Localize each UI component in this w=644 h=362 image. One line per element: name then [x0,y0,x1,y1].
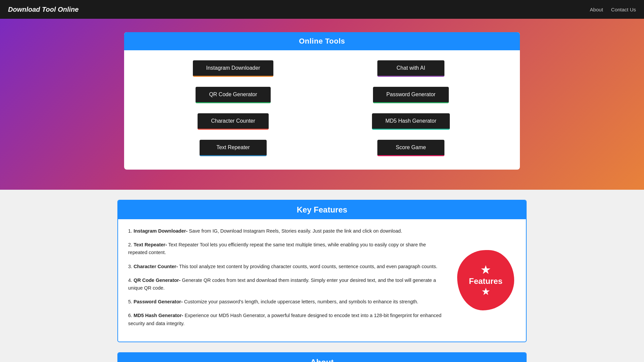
feature-item-5: 5. Password Generator- Customize your pa… [128,298,445,306]
about-header: About [118,353,526,362]
tool-btn-md5[interactable]: MD5 Hash Generator [372,113,450,130]
feature-desc-3: This tool analyze text content by provid… [179,264,437,269]
badge-star-bottom: ★ [481,287,490,297]
about-card: About [117,352,527,362]
features-badge: ★ Features ★ [455,227,516,334]
feature-title-4: QR Code Generator- [133,278,180,283]
section-wrapper: Key Features 1. Instagram Downloader- Sa… [97,190,547,362]
tool-btn-score[interactable]: Score Game [377,140,444,156]
nav-links: About Contact Us [590,7,636,12]
badge-star-top: ★ [480,264,491,276]
tool-wrap-qr: QR Code Generator [151,87,315,103]
tool-btn-chat[interactable]: Chat with AI [377,60,444,77]
feature-num-1: 1. [128,228,132,234]
feature-num-6: 6. [128,313,132,318]
features-card: Key Features 1. Instagram Downloader- Sa… [117,200,527,342]
tool-wrap-counter: Character Counter [151,113,315,130]
feature-title-3: Character Counter- [133,264,178,269]
feature-item-4: 4. QR Code Generator- Generate QR codes … [128,277,445,292]
nav-about[interactable]: About [590,7,603,12]
features-list: 1. Instagram Downloader- Save from IG, D… [128,227,445,334]
tool-wrap-password: Password Generator [329,87,493,103]
tools-card: Online Tools Instagram Downloader Chat w… [124,32,520,170]
tools-header: Online Tools [124,32,520,50]
features-body: 1. Instagram Downloader- Save from IG, D… [118,219,526,342]
tool-btn-counter[interactable]: Character Counter [198,113,269,130]
feature-item-3: 3. Character Counter- This tool analyze … [128,263,445,270]
feature-item-2: 2. Text Repeater- Text Repeater Tool let… [128,241,445,256]
navbar: Download Tool Online About Contact Us [0,0,644,19]
feature-desc-1: Save from IG, Download Instagram Reels, … [189,228,402,234]
feature-item-1: 1. Instagram Downloader- Save from IG, D… [128,227,445,235]
tool-wrap-chat: Chat with AI [329,60,493,77]
tool-wrap-md5: MD5 Hash Generator [329,113,493,130]
feature-desc-2: Text Repeater Tool lets you efficiently … [128,242,426,255]
tool-wrap-instagram: Instagram Downloader [151,60,315,77]
feature-num-4: 4. [128,278,132,283]
nav-contact[interactable]: Contact Us [611,7,636,12]
tool-wrap-score: Score Game [329,140,493,156]
badge-text: Features [469,277,502,286]
feature-num-3: 3. [128,264,132,269]
brand-logo: Download Tool Online [8,6,78,13]
badge-shape: ★ Features ★ [457,250,514,310]
feature-num-2: 2. [128,242,132,247]
feature-num-5: 5. [128,299,132,304]
tool-btn-instagram[interactable]: Instagram Downloader [193,60,274,77]
feature-title-2: Text Repeater- [133,242,167,247]
tool-btn-qr[interactable]: QR Code Generator [196,87,270,103]
tool-wrap-repeater: Text Repeater [151,140,315,156]
tool-btn-repeater[interactable]: Text Repeater [200,140,267,156]
features-header: Key Features [118,200,526,219]
hero-section: Online Tools Instagram Downloader Chat w… [0,19,644,190]
feature-desc-5: Customize your password's length, includ… [184,299,418,304]
feature-item-6: 6. MD5 Hash Generator- Experience our MD… [128,312,445,327]
feature-title-6: MD5 Hash Generator- [133,313,183,318]
feature-title-1: Instagram Downloader- [133,228,187,234]
tool-btn-password[interactable]: Password Generator [373,87,449,103]
feature-title-5: Password Generator- [133,299,183,304]
tools-grid: Instagram Downloader Chat with AI QR Cod… [124,50,520,170]
